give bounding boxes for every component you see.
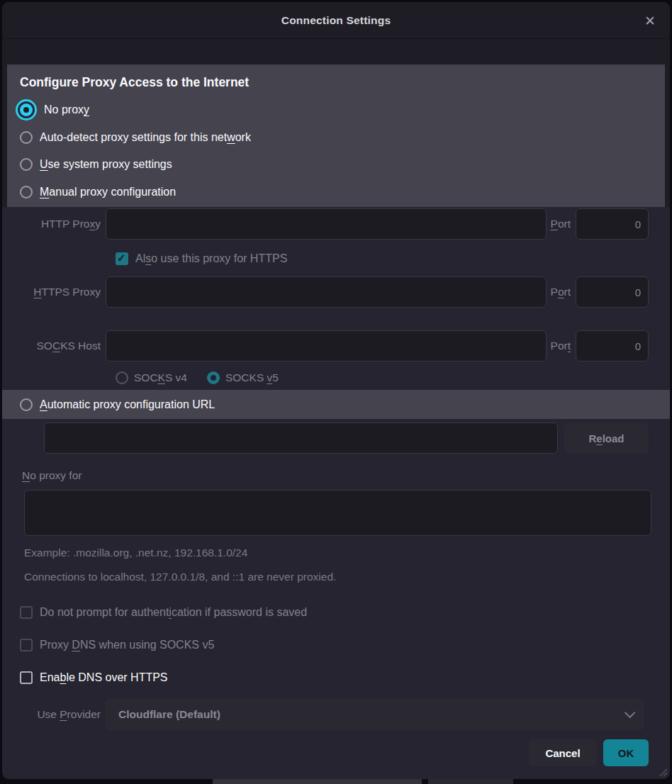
provider-selected-value: Cloudflare (Default) [118,708,625,721]
no-prompt-auth-label: Do not prompt for authentication if pass… [40,606,307,619]
checkbox-icon-dns-over-https[interactable] [20,671,33,684]
https-proxy-input [106,276,547,308]
radio-label[interactable]: No proxy [44,103,89,116]
proxy-dns-label: Proxy DNS when using SOCKS v5 [40,639,214,651]
radio-icon-system-proxy[interactable] [20,158,33,171]
share-proxy-checkbox-row: Also use this proxy for HTTPS [116,250,670,267]
cancel-button[interactable]: Cancel [529,739,597,766]
autoconfig-url-input [44,422,558,454]
use-provider-label: Use Provider [2,708,101,721]
titlebar-spacer [2,39,670,65]
close-icon[interactable]: ✕ [642,11,659,30]
https-proxy-label: HTTPS Proxy [2,286,101,298]
chevron-down-icon [625,707,636,719]
checkbox-row-proxy-dns: Proxy DNS when using SOCKS v5 [20,637,670,654]
dialog-top-zone: Connection Settings ✕ Configure Proxy Ac… [2,2,670,207]
radio-icon-autoconfig[interactable] [20,398,33,411]
radio-option-no-proxy[interactable]: No proxy [16,96,665,124]
checkbox-icon-proxy-dns [20,639,33,651]
dialog-footer: Cancel OK [2,739,649,766]
no-proxy-for-label: No proxy for [22,469,670,483]
checkbox-icon-no-prompt-auth [20,606,33,619]
dialog-window: Connection Settings ✕ Configure Proxy Ac… [2,2,670,779]
http-port-label: Port [551,218,571,230]
reload-button: Reload [564,422,649,454]
checkbox-icon-share-proxy [116,252,128,265]
http-port-input [576,208,649,240]
localhost-note-text: Connections to localhost, 127.0.0.1/8, a… [24,569,670,585]
socks-port-label: Port [551,340,571,352]
radio-label[interactable]: Manual proxy configuration [40,186,176,198]
radio-option-auto-detect[interactable]: Auto-detect proxy settings for this netw… [20,124,665,152]
http-proxy-input [106,208,547,240]
https-port-label: Port [551,286,571,298]
radio-icon-auto-detect[interactable] [20,131,33,144]
dialog-title: Connection Settings [281,14,391,27]
share-proxy-label: Also use this proxy for HTTPS [135,252,287,265]
socks-host-row: SOCKS Host Port [2,330,649,362]
socks-v4-label: SOCKS v4 [134,371,187,384]
section-heading: Configure Proxy Access to the Internet [20,73,665,91]
radio-option-socks-v4: SOCKS v4 [116,371,187,384]
radio-option-socks-v5: SOCKS v5 [207,371,279,384]
checkbox-row-no-prompt-auth: Do not prompt for authentication if pass… [20,604,670,621]
radio-icon-manual-proxy[interactable] [20,186,33,198]
socks-v5-label: SOCKS v5 [225,371,279,384]
proxy-mode-section: Configure Proxy Access to the Internet N… [7,65,665,207]
no-proxy-example-text: Example: .mozilla.org, .net.nz, 192.168.… [24,545,670,561]
socks-host-label: SOCKS Host [2,340,101,352]
radio-option-autoconfig-url[interactable]: Automatic proxy configuration URL [2,390,670,419]
radio-option-system-proxy[interactable]: Use system proxy settings [20,151,665,179]
radio-icon-socks-v4 [116,371,128,384]
connection-settings-dialog: Connection Settings ✕ Configure Proxy Ac… [0,0,672,784]
resize-grip-icon[interactable] [657,766,668,778]
ok-button[interactable]: OK [603,739,649,766]
socks-port-input [576,330,649,362]
http-proxy-row: HTTP Proxy Port [2,208,649,240]
autoconfig-label[interactable]: Automatic proxy configuration URL [40,398,215,411]
radio-icon-no-proxy[interactable] [20,103,33,116]
http-proxy-label: HTTP Proxy [2,218,101,230]
https-port-input [576,276,649,308]
no-proxy-for-textarea [24,490,651,536]
socks-host-input [106,330,547,362]
socks-version-row: SOCKS v4 SOCKS v5 [116,369,670,386]
background-page-edge [428,779,513,784]
radio-label[interactable]: Auto-detect proxy settings for this netw… [40,131,251,144]
dialog-titlebar: Connection Settings ✕ [2,2,670,39]
radio-icon-socks-v5 [207,371,220,384]
https-proxy-row: HTTPS Proxy Port [2,276,649,308]
radio-option-manual-proxy[interactable]: Manual proxy configuration [20,179,665,206]
autoconfig-url-row: Reload [44,422,649,454]
background-page-edge [213,779,422,784]
provider-dropdown: Cloudflare (Default) [106,698,644,730]
checkbox-row-dns-over-https[interactable]: Enable DNS over HTTPS [20,669,670,686]
dns-over-https-label[interactable]: Enable DNS over HTTPS [40,671,168,684]
radio-label[interactable]: Use system proxy settings [40,158,172,171]
provider-row: Use Provider Cloudflare (Default) [2,698,644,730]
